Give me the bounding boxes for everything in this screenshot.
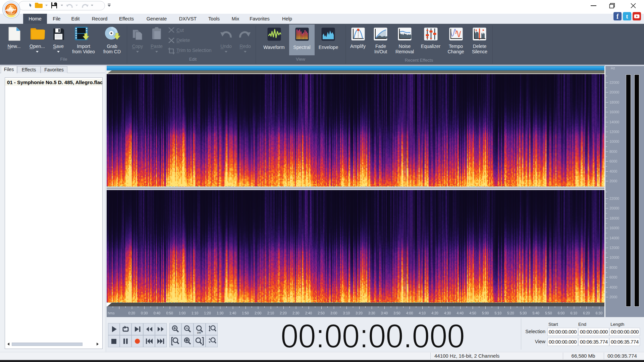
svg-text:100: 100: [197, 331, 201, 334]
